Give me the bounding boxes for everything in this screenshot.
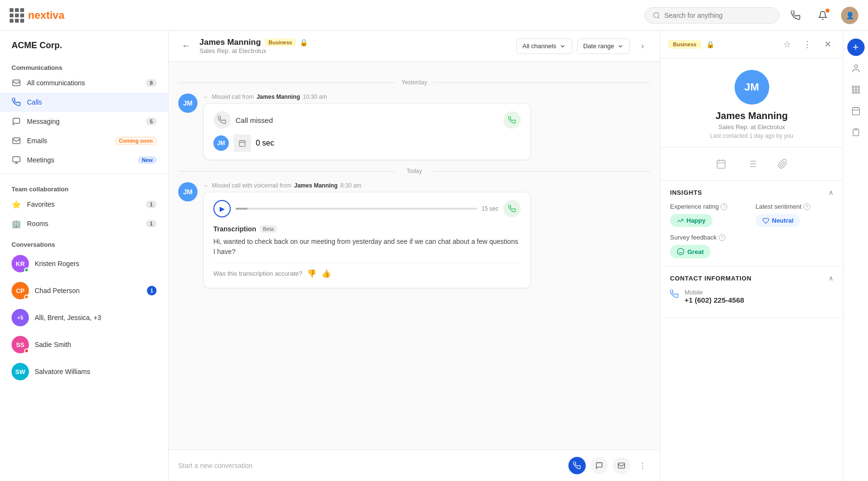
footer-email-btn[interactable] xyxy=(613,457,630,474)
svg-point-7 xyxy=(677,248,684,254)
emails-coming-soon-badge: Coming soon xyxy=(115,137,157,145)
back-button[interactable]: ← xyxy=(178,39,194,54)
sidebar-header: ACME Corp. xyxy=(0,31,168,56)
missed-call-icon xyxy=(213,111,231,129)
conv-item-salvatore[interactable]: SW Salvatore Williams xyxy=(0,358,168,385)
message-meta-1: ← Missed call from James Manning 10:30 a… xyxy=(203,94,531,100)
voicemail-call-btn[interactable] xyxy=(503,200,521,217)
conv-avatar-salvatore: SW xyxy=(12,363,29,380)
conv-item-kristen[interactable]: KR Kristen Rogers xyxy=(0,250,168,277)
profile-calendar-icon[interactable] xyxy=(711,154,731,174)
contact-info-header[interactable]: CONTACT INFORMATION ∧ xyxy=(670,274,833,282)
latest-sentiment-label: Latest sentiment ? xyxy=(756,203,834,210)
strip-person-icon[interactable] xyxy=(847,60,865,77)
logo-text: nextiva xyxy=(28,9,65,22)
thumbs-down-btn[interactable]: 👎 xyxy=(307,269,316,278)
chat-footer: Start a new conversation ⋮ xyxy=(169,450,660,481)
svg-rect-18 xyxy=(855,92,856,93)
svg-rect-14 xyxy=(852,89,854,90)
profile-tasks-icon[interactable] xyxy=(742,154,762,174)
date-filter-btn[interactable]: Date range xyxy=(577,39,630,54)
sidebar-item-meetings[interactable]: Meetings New xyxy=(0,150,168,170)
kristen-status xyxy=(24,267,29,272)
insights-header[interactable]: INSIGHTS ∧ xyxy=(670,188,833,196)
search-bar[interactable] xyxy=(644,7,779,24)
star-icon[interactable]: ☆ xyxy=(779,37,795,52)
profile-attachment-icon[interactable] xyxy=(773,154,792,174)
sadie-status xyxy=(24,348,29,353)
close-panel-btn[interactable]: ✕ xyxy=(820,37,835,52)
conv-item-group[interactable]: +5 Alli, Brent, Jessica, +3 xyxy=(0,304,168,331)
favorites-badge: 1 xyxy=(146,200,157,208)
sidebar-item-emails[interactable]: Emails Coming soon xyxy=(0,131,168,150)
rooms-label: Rooms xyxy=(27,220,140,227)
experience-info-icon[interactable]: ? xyxy=(721,203,727,210)
profile-avatar: JM xyxy=(735,70,769,105)
chat-messages: Yesterday JM ← Missed call from James Ma… xyxy=(169,62,660,450)
call-missed-row: Call missed xyxy=(213,111,521,129)
add-button[interactable]: + xyxy=(847,39,865,56)
meta-arrow: ← xyxy=(203,94,209,100)
notification-icon[interactable] xyxy=(814,7,831,24)
sidebar-divider xyxy=(0,174,168,174)
more-options-icon[interactable]: ⋮ xyxy=(800,37,815,52)
survey-section: Survey feedback ? Great xyxy=(670,234,833,258)
panel-business-tag: Business xyxy=(668,40,701,49)
call-card-missed: Call missed JM 0 sec xyxy=(203,103,531,160)
message-content-2: ← Missed call with voicemail from James … xyxy=(203,182,531,288)
sidebar-item-rooms[interactable]: 🏢 Rooms 1 xyxy=(0,214,168,233)
sidebar-item-all-communications[interactable]: All communications 8 xyxy=(0,73,168,93)
strip-calendar-icon[interactable] xyxy=(847,102,865,120)
profile-actions xyxy=(660,147,843,181)
conv-item-sadie[interactable]: SS Sadie Smith xyxy=(0,331,168,358)
contact-info-title: CONTACT INFORMATION xyxy=(670,275,751,282)
svg-rect-17 xyxy=(852,92,854,93)
insights-grid: Experience rating ? Happy Latest sentime… xyxy=(670,203,833,227)
conversations-list: KR Kristen Rogers CP Chad Peterson 1 +5 … xyxy=(0,250,168,385)
profile-last-contact: Last contacted 1 day ago by you xyxy=(710,133,793,139)
transcription-header: Transcription Beta xyxy=(213,225,521,233)
sidebar-item-favorites[interactable]: ⭐ Favorites 1 xyxy=(0,195,168,214)
voicemail-icon xyxy=(234,134,251,152)
transcription-text: Hi, wanted to check back on our meeting … xyxy=(213,237,521,257)
grid-icon[interactable] xyxy=(10,8,24,23)
conv-name-sadie: Sadie Smith xyxy=(35,341,157,348)
chat-area: ← James Manning Business 🔒 Sales Rep. at… xyxy=(169,31,660,481)
call-back-btn[interactable] xyxy=(503,111,521,129)
footer-chat-btn[interactable] xyxy=(591,457,608,474)
mobile-value: +1 (602) 225-4568 xyxy=(684,296,744,304)
svg-point-0 xyxy=(654,13,659,18)
calls-label: Calls xyxy=(27,98,157,106)
conv-item-chad[interactable]: CP Chad Peterson 1 xyxy=(0,277,168,304)
thumbs-up-btn[interactable]: 👍 xyxy=(321,269,331,278)
sidebar-item-messaging[interactable]: Messaging 5 xyxy=(0,112,168,131)
conversations-section-title: Conversations xyxy=(0,237,168,250)
chat-header-info: James Manning Business 🔒 Sales Rep. at E… xyxy=(199,38,308,54)
sidebar-item-calls[interactable]: Calls xyxy=(0,93,168,112)
collapse-sidebar-btn[interactable]: › xyxy=(635,39,650,54)
insights-section: INSIGHTS ∧ Experience rating ? Happy xyxy=(660,181,843,267)
play-button[interactable]: ▶ xyxy=(213,200,231,217)
footer-call-btn[interactable] xyxy=(568,457,586,474)
conv-avatar-sadie: SS xyxy=(12,336,29,353)
footer-more-btn[interactable]: ⋮ xyxy=(635,458,650,473)
user-avatar[interactable]: 👤 xyxy=(841,7,858,24)
phone-icon[interactable] xyxy=(787,7,804,24)
svg-rect-12 xyxy=(855,86,856,88)
strip-keypad-icon[interactable] xyxy=(847,81,865,98)
date-divider-yesterday: Yesterday xyxy=(178,79,650,86)
call-duration: 0 sec xyxy=(256,139,274,147)
conv-name-kristen: Kristen Rogers xyxy=(35,260,157,267)
messaging-icon xyxy=(12,117,21,126)
sentiment-info-icon[interactable]: ? xyxy=(803,203,810,210)
svg-rect-2 xyxy=(13,138,20,144)
experience-rating-item: Experience rating ? Happy xyxy=(670,203,748,227)
channel-filter-btn[interactable]: All channels xyxy=(516,39,572,54)
strip-list-icon[interactable] xyxy=(847,123,865,141)
svg-rect-4 xyxy=(239,141,245,147)
chad-status xyxy=(24,294,29,299)
neutral-heart-icon xyxy=(763,217,769,224)
search-input[interactable] xyxy=(664,12,761,19)
survey-info-icon[interactable]: ? xyxy=(719,234,725,241)
calls-icon xyxy=(12,97,21,107)
